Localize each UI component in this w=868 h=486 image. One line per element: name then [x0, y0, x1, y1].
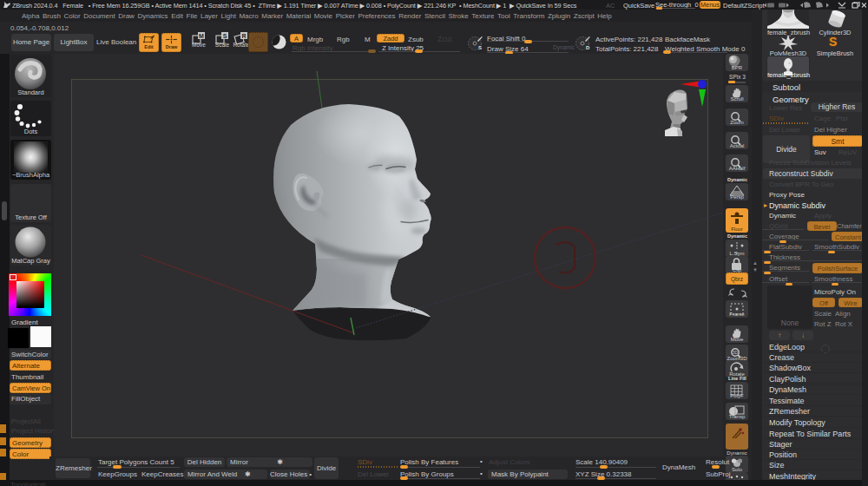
svg-text:S: S [223, 33, 227, 39]
svg-text:D: D [586, 45, 590, 50]
svg-text:3D: 3D [733, 350, 739, 355]
svg-text:R: R [241, 33, 246, 39]
svg-text:S: S [478, 45, 482, 50]
svg-text:M: M [199, 33, 204, 39]
